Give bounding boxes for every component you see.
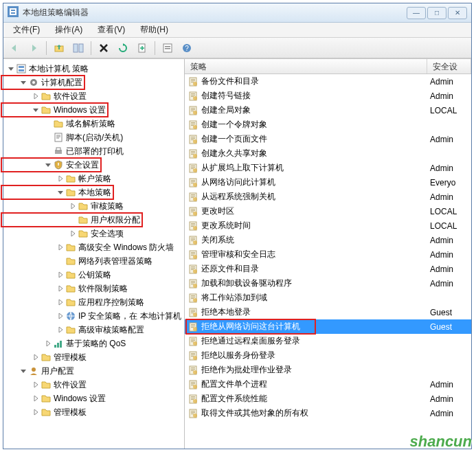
collapse-icon[interactable] bbox=[43, 160, 53, 170]
delete-button[interactable] bbox=[95, 40, 112, 56]
policy-row[interactable]: 更改时区LOCAL bbox=[185, 204, 471, 218]
expand-icon[interactable] bbox=[43, 339, 53, 348]
policy-row[interactable]: 创建一个令牌对象 bbox=[185, 117, 471, 132]
tree-node[interactable]: 脚本(启动/关机) bbox=[3, 131, 184, 144]
tree-node[interactable]: 安全设置 bbox=[3, 158, 184, 172]
tree-node[interactable]: 用户配置 bbox=[3, 364, 184, 378]
policy-row[interactable]: 创建符号链接Admin bbox=[185, 89, 471, 103]
tree-node[interactable]: 管理模板 bbox=[3, 350, 184, 364]
tree-node[interactable]: 软件限制策略 bbox=[3, 282, 184, 295]
tree-node[interactable]: Windows 设置 bbox=[3, 103, 184, 117]
menu-file[interactable]: 文件(F) bbox=[6, 23, 47, 37]
expand-icon[interactable] bbox=[68, 229, 78, 238]
collapse-icon[interactable] bbox=[19, 366, 28, 376]
properties-button[interactable] bbox=[159, 40, 176, 56]
policy-row[interactable]: 创建一个页面文件Admin bbox=[185, 132, 471, 146]
expand-icon[interactable] bbox=[56, 242, 65, 252]
policy-row[interactable]: 拒绝以服务身份登录 bbox=[185, 348, 471, 363]
expand-icon[interactable] bbox=[56, 174, 65, 183]
tree-pane[interactable]: 本地计算机 策略计算机配置软件设置Windows 设置域名解析策略脚本(启动/关… bbox=[3, 59, 185, 449]
folder-icon bbox=[41, 104, 52, 115]
minimize-button[interactable]: — bbox=[407, 7, 426, 19]
close-button[interactable]: ✕ bbox=[448, 7, 467, 19]
policy-row[interactable]: 创建永久共享对象 bbox=[185, 146, 471, 161]
policy-row[interactable]: 拒绝作为批处理作业登录 bbox=[185, 363, 471, 377]
expand-icon[interactable] bbox=[31, 407, 41, 417]
policy-row[interactable]: 拒绝本地登录Guest bbox=[185, 305, 471, 319]
tree-node[interactable]: 基于策略的 QoS bbox=[3, 337, 184, 350]
policy-label: 拒绝作为批处理作业登录 bbox=[201, 364, 427, 376]
policy-icon bbox=[188, 379, 199, 390]
tree-node[interactable]: 安全选项 bbox=[3, 227, 184, 240]
policy-label: 拒绝以服务身份登录 bbox=[201, 350, 427, 361]
back-button[interactable] bbox=[6, 40, 23, 56]
tree-node[interactable]: 软件设置 bbox=[3, 378, 184, 392]
tree-node[interactable]: 用户权限分配 bbox=[3, 213, 184, 227]
tree-node[interactable]: 帐户策略 bbox=[3, 172, 184, 185]
column-policy[interactable]: 策略 bbox=[185, 59, 427, 74]
refresh-button[interactable] bbox=[115, 40, 131, 56]
expand-icon[interactable] bbox=[56, 270, 65, 280]
tree-node-label: 脚本(启动/关机) bbox=[66, 132, 123, 144]
maximize-button[interactable]: □ bbox=[427, 7, 446, 19]
list-body[interactable]: 备份文件和目录Admin创建符号链接Admin创建全局对象LOCAL创建一个令牌… bbox=[185, 74, 471, 449]
tree-node[interactable]: 高级审核策略配置 bbox=[3, 323, 184, 337]
tree-node[interactable]: 应用程序控制策略 bbox=[3, 295, 184, 309]
tree-node[interactable]: 网络列表管理器策略 bbox=[3, 254, 184, 268]
tree-node[interactable]: 本地计算机 策略 bbox=[3, 62, 184, 76]
collapse-icon[interactable] bbox=[6, 64, 16, 74]
policy-row[interactable]: 从网络访问此计算机Everyo bbox=[185, 175, 471, 190]
policy-row[interactable]: 创建全局对象LOCAL bbox=[185, 103, 471, 117]
tree-node[interactable]: Windows 设置 bbox=[3, 392, 184, 405]
tree-node-label: 管理模板 bbox=[54, 352, 87, 363]
expand-icon[interactable] bbox=[31, 380, 41, 389]
policy-row[interactable]: 拒绝从网络访问这台计算机Guest bbox=[185, 319, 471, 334]
policy-row[interactable]: 将工作站添加到域 bbox=[185, 291, 471, 305]
collapse-icon[interactable] bbox=[56, 188, 65, 197]
expand-icon[interactable] bbox=[68, 201, 78, 211]
policy-icon bbox=[188, 177, 199, 188]
policy-row[interactable]: 管理审核和安全日志Admin bbox=[185, 247, 471, 262]
export-button[interactable] bbox=[134, 40, 150, 56]
expand-icon[interactable] bbox=[31, 352, 41, 362]
svg-rect-112 bbox=[191, 324, 195, 325]
forward-button[interactable] bbox=[25, 40, 42, 56]
svg-rect-97 bbox=[191, 281, 195, 282]
tree-node[interactable]: 计算机配置 bbox=[3, 76, 184, 89]
policy-row[interactable]: 从远程系统强制关机Admin bbox=[185, 190, 471, 204]
expand-icon[interactable] bbox=[56, 311, 65, 321]
policy-row[interactable]: 备份文件和目录Admin bbox=[185, 74, 471, 89]
tree-node[interactable]: 域名解析策略 bbox=[3, 117, 184, 131]
policy-row[interactable]: 从扩展坞上取下计算机Admin bbox=[185, 161, 471, 175]
policy-row[interactable]: 关闭系统Admin bbox=[185, 233, 471, 247]
up-button[interactable] bbox=[51, 40, 67, 56]
help-button[interactable]: ? bbox=[179, 40, 195, 56]
tree-node[interactable]: 审核策略 bbox=[3, 199, 184, 213]
expand-icon[interactable] bbox=[56, 325, 65, 335]
policy-row[interactable]: 拒绝通过远程桌面服务登录 bbox=[185, 334, 471, 348]
collapse-icon[interactable] bbox=[19, 78, 28, 87]
expand-icon[interactable] bbox=[56, 284, 65, 293]
expand-icon[interactable] bbox=[31, 394, 41, 403]
tree-node[interactable]: 管理模板 bbox=[3, 405, 184, 419]
show-hide-tree-button[interactable] bbox=[70, 40, 87, 56]
policy-row[interactable]: 加载和卸载设备驱动程序Admin bbox=[185, 276, 471, 291]
policy-row[interactable]: 还原文件和目录Admin bbox=[185, 262, 471, 276]
tree-node[interactable]: 本地策略 bbox=[3, 185, 184, 199]
collapse-icon[interactable] bbox=[31, 105, 41, 115]
tree-node[interactable]: IP 安全策略，在 本地计算机 bbox=[3, 309, 184, 323]
column-security[interactable]: 安全设 bbox=[427, 59, 471, 74]
policy-row[interactable]: 配置文件系统性能Admin bbox=[185, 392, 471, 406]
menu-view[interactable]: 查看(V) bbox=[91, 23, 132, 37]
policy-row[interactable]: 取得文件或其他对象的所有权Admin bbox=[185, 406, 471, 420]
tree-node[interactable]: 高级安全 Windows 防火墙 bbox=[3, 240, 184, 254]
policy-row[interactable]: 配置文件单个进程Admin bbox=[185, 377, 471, 392]
tree-node[interactable]: 公钥策略 bbox=[3, 268, 184, 282]
tree-node[interactable]: 软件设置 bbox=[3, 89, 184, 103]
policy-row[interactable]: 更改系统时间LOCAL bbox=[185, 218, 471, 233]
menu-action[interactable]: 操作(A) bbox=[48, 23, 89, 37]
menu-help[interactable]: 帮助(H) bbox=[133, 23, 175, 37]
expand-icon[interactable] bbox=[31, 91, 41, 101]
expand-icon[interactable] bbox=[56, 297, 65, 307]
tree-node[interactable]: 已部署的打印机 bbox=[3, 144, 184, 158]
